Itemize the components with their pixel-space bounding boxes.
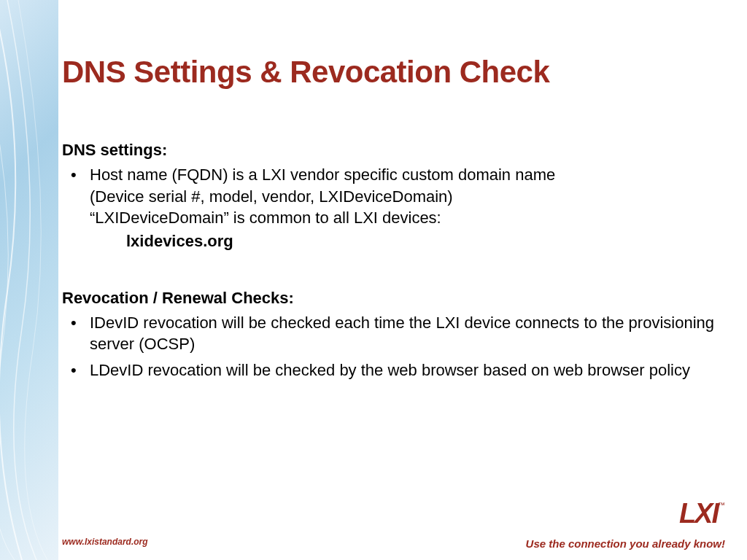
section1-list: Host name (FQDN) is a LXI vendor specifi… xyxy=(62,164,718,252)
footer-tagline: Use the connection you already know! xyxy=(526,537,725,550)
bullet-text-line: (Device serial #, model, vendor, LXIDevi… xyxy=(90,187,453,206)
bullet-text-line: Host name (FQDN) is a LXI vendor specifi… xyxy=(90,166,555,184)
section2-heading: Revocation / Renewal Checks: xyxy=(62,289,718,308)
logo-text: LXI xyxy=(679,498,718,529)
list-item: Host name (FQDN) is a LXI vendor specifi… xyxy=(62,164,718,252)
trademark-symbol: ™ xyxy=(718,501,725,509)
footer-url: www.lxistandard.org xyxy=(62,537,148,547)
list-item: IDevID revocation will be checked each t… xyxy=(62,312,718,355)
section1-heading: DNS settings: xyxy=(62,141,718,160)
slide-title: DNS Settings & Revocation Check xyxy=(62,55,718,90)
lxi-logo: LXI™ xyxy=(679,498,725,529)
bullet-text-line: “LXIDeviceDomain” is common to all LXI d… xyxy=(90,209,441,227)
domain-text: lxidevices.org xyxy=(90,230,718,252)
slide-content: DNS Settings & Revocation Check DNS sett… xyxy=(62,55,718,418)
list-item: LDevID revocation will be checked by the… xyxy=(62,359,718,381)
slide-left-decoration xyxy=(0,0,58,560)
section2-list: IDevID revocation will be checked each t… xyxy=(62,312,718,381)
